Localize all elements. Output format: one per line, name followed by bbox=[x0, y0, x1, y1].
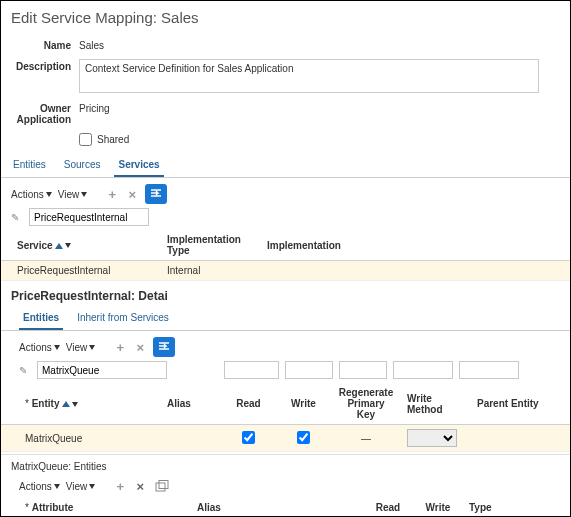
caret-down-icon bbox=[89, 484, 95, 489]
tab-detail-entities[interactable]: Entities bbox=[19, 307, 63, 330]
description-textarea[interactable]: Context Service Definition for Sales App… bbox=[79, 59, 539, 93]
page-title: Edit Service Mapping: Sales bbox=[1, 1, 570, 36]
col-entity[interactable]: Entity bbox=[25, 398, 59, 409]
col-wmethod[interactable]: Write Method bbox=[401, 383, 471, 425]
caret-down-icon bbox=[89, 345, 95, 350]
wrap-icon[interactable] bbox=[145, 184, 167, 204]
entity-filter-input[interactable] bbox=[37, 361, 167, 379]
name-label: Name bbox=[11, 38, 79, 51]
filter-alias[interactable] bbox=[224, 361, 279, 379]
shared-checkbox[interactable] bbox=[79, 133, 92, 146]
tab-sources[interactable]: Sources bbox=[60, 154, 105, 177]
cell-regen: — bbox=[331, 425, 401, 452]
read-checkbox[interactable] bbox=[242, 431, 255, 444]
col-parent[interactable]: Parent Entity bbox=[471, 383, 570, 425]
caret-down-icon bbox=[72, 402, 78, 407]
col-impl[interactable]: Implementation bbox=[261, 230, 570, 261]
cell-service: PriceRequestInternal bbox=[1, 261, 161, 281]
col-regen[interactable]: Regenerate Primary Key bbox=[331, 383, 401, 425]
col-attribute[interactable]: Attribute bbox=[25, 502, 73, 513]
detach-icon[interactable] bbox=[153, 478, 171, 494]
actions-menu-2[interactable]: Actions bbox=[19, 342, 60, 353]
add-icon[interactable]: + bbox=[105, 187, 119, 201]
caret-down-icon bbox=[54, 484, 60, 489]
sort-asc-icon bbox=[55, 243, 63, 249]
attributes-table: Attribute Alias Read Write Type String bbox=[1, 498, 570, 517]
main-tab-strip: Entities Sources Services bbox=[1, 154, 570, 178]
view-menu-2[interactable]: View bbox=[66, 342, 96, 353]
filter-write[interactable] bbox=[339, 361, 387, 379]
services-table: Service Implementation Type Implementati… bbox=[1, 230, 570, 281]
entities-table: Entity Alias Read Write Regenerate Prima… bbox=[1, 383, 570, 452]
svg-rect-0 bbox=[156, 483, 165, 491]
write-checkbox[interactable] bbox=[297, 431, 310, 444]
delete-icon[interactable]: × bbox=[133, 340, 147, 354]
owner-value: Pricing bbox=[79, 101, 110, 114]
view-menu[interactable]: View bbox=[58, 189, 88, 200]
desc-label: Description bbox=[11, 59, 79, 72]
cell-entity: MatrixQueue bbox=[1, 425, 161, 452]
wrap-icon[interactable] bbox=[153, 337, 175, 357]
table-row[interactable]: PriceRequestInternal Internal bbox=[1, 261, 570, 281]
view-menu-3[interactable]: View bbox=[66, 481, 96, 492]
attr-section-title: MatrixQueue: Entities bbox=[1, 454, 570, 476]
col-write[interactable]: Write bbox=[413, 498, 463, 517]
detail-title: PriceRequestInternal: Detai bbox=[1, 281, 570, 307]
delete-icon[interactable]: × bbox=[133, 479, 147, 493]
tab-entities[interactable]: Entities bbox=[9, 154, 50, 177]
delete-icon[interactable]: × bbox=[125, 187, 139, 201]
col-impl-type[interactable]: Implementation Type bbox=[161, 230, 261, 261]
svg-rect-1 bbox=[159, 481, 168, 489]
pencil-icon: ✎ bbox=[19, 365, 29, 375]
col-alias[interactable]: Alias bbox=[161, 383, 221, 425]
caret-down-icon bbox=[65, 243, 71, 248]
cell-impl-type: Internal bbox=[161, 261, 261, 281]
filter-regen[interactable] bbox=[393, 361, 453, 379]
caret-down-icon bbox=[46, 192, 52, 197]
detail-tab-strip: Entities Inherit from Services bbox=[1, 307, 570, 331]
tab-services[interactable]: Services bbox=[114, 154, 163, 177]
service-filter-input[interactable] bbox=[29, 208, 149, 226]
caret-down-icon bbox=[81, 192, 87, 197]
col-read[interactable]: Read bbox=[221, 383, 276, 425]
pencil-icon: ✎ bbox=[11, 212, 21, 222]
write-method-select[interactable] bbox=[407, 429, 457, 447]
table-row[interactable]: MatrixQueue — bbox=[1, 425, 570, 452]
shared-label: Shared bbox=[97, 134, 129, 145]
col-read[interactable]: Read bbox=[363, 498, 413, 517]
col-type[interactable]: Type bbox=[463, 498, 570, 517]
filter-read[interactable] bbox=[285, 361, 333, 379]
col-service[interactable]: Service bbox=[17, 240, 53, 251]
owner-label: Owner Application bbox=[11, 101, 79, 125]
caret-down-icon bbox=[54, 345, 60, 350]
add-icon[interactable]: + bbox=[113, 479, 127, 493]
filter-wmethod[interactable] bbox=[459, 361, 519, 379]
add-icon[interactable]: + bbox=[113, 340, 127, 354]
tab-detail-inherit[interactable]: Inherit from Services bbox=[73, 307, 173, 330]
actions-menu[interactable]: Actions bbox=[11, 189, 52, 200]
col-alias[interactable]: Alias bbox=[191, 498, 363, 517]
sort-asc-icon bbox=[62, 401, 70, 407]
actions-menu-3[interactable]: Actions bbox=[19, 481, 60, 492]
name-value: Sales bbox=[79, 38, 104, 51]
col-write[interactable]: Write bbox=[276, 383, 331, 425]
